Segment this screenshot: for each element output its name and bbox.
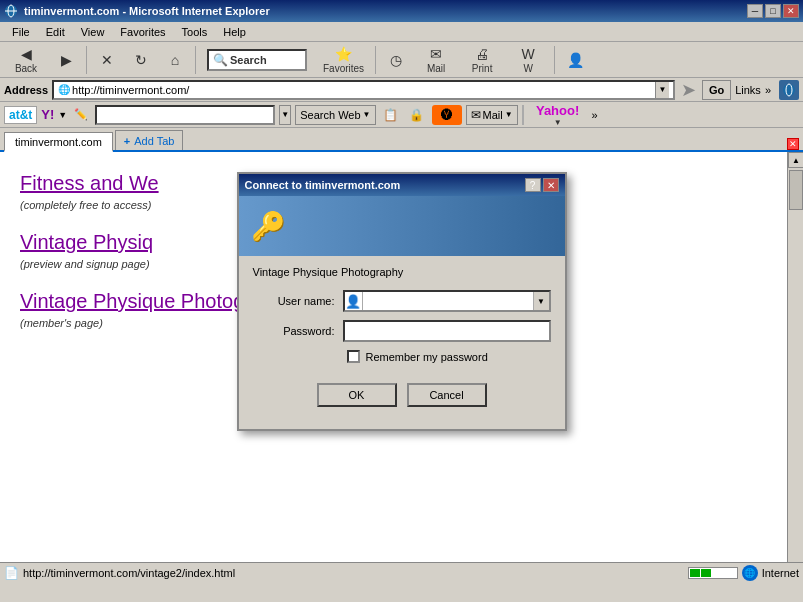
dialog-realm: Vintage Physique Photography bbox=[253, 266, 551, 278]
messenger-button[interactable]: 👤 bbox=[559, 44, 591, 76]
refresh-icon: ↻ bbox=[132, 51, 150, 69]
user-icon: 👤 bbox=[345, 292, 363, 310]
status-page-icon: 📄 bbox=[4, 566, 19, 580]
tb2-btn1[interactable]: 📋 bbox=[380, 105, 402, 125]
address-input-wrap: 🌐 http://timinvermont.com/ ▼ bbox=[52, 80, 675, 100]
sep4 bbox=[554, 46, 555, 74]
print-icon: 🖨 bbox=[473, 45, 491, 63]
forward-icon: ▶ bbox=[57, 51, 75, 69]
password-row: Password: bbox=[253, 320, 551, 342]
username-label: User name: bbox=[253, 295, 343, 307]
yahoo-chevron[interactable]: ▼ bbox=[58, 110, 67, 120]
ie-icon bbox=[4, 3, 20, 19]
mail-icon: ✉ bbox=[427, 45, 445, 63]
progress-block2 bbox=[701, 569, 711, 577]
progress-block1 bbox=[690, 569, 700, 577]
home-button[interactable]: ⌂ bbox=[159, 44, 191, 76]
menu-edit[interactable]: Edit bbox=[38, 24, 73, 40]
dialog-title-bar: Connect to timinvermont.com ? ✕ bbox=[239, 174, 565, 196]
yahoo-logo[interactable]: Y! bbox=[41, 107, 54, 122]
maximize-button[interactable]: □ bbox=[765, 4, 781, 18]
home-icon: ⌂ bbox=[166, 51, 184, 69]
remember-label[interactable]: Remember my password bbox=[366, 351, 488, 363]
username-input-wrap: 👤 ▼ bbox=[343, 290, 551, 312]
yahoo-full-chevron: ▼ bbox=[554, 118, 562, 127]
minimize-button[interactable]: ─ bbox=[747, 4, 763, 18]
close-button[interactable]: ✕ bbox=[783, 4, 799, 18]
window-title: timinvermont.com - Microsoft Internet Ex… bbox=[24, 5, 747, 17]
remember-row: Remember my password bbox=[347, 350, 551, 363]
favorites-icon: ⭐ bbox=[335, 45, 353, 63]
edit-icon: W bbox=[519, 45, 537, 63]
edit-button[interactable]: W W bbox=[506, 44, 550, 76]
page-icon: 🌐 bbox=[58, 84, 70, 95]
tab-close-button[interactable]: ✕ bbox=[787, 138, 799, 150]
password-label: Password: bbox=[253, 325, 343, 337]
username-dropdown[interactable]: ▼ bbox=[533, 292, 549, 310]
password-input[interactable] bbox=[345, 322, 549, 340]
address-url[interactable]: http://timinvermont.com/ bbox=[72, 84, 653, 96]
go-arrow-icon: ➤ bbox=[681, 79, 696, 101]
dialog-footer: OK Cancel bbox=[253, 377, 551, 419]
menu-favorites[interactable]: Favorites bbox=[112, 24, 173, 40]
menu-tools[interactable]: Tools bbox=[174, 24, 216, 40]
tab-timinvermont[interactable]: timinvermont.com bbox=[4, 132, 113, 152]
yahoo-search-input[interactable] bbox=[95, 105, 275, 125]
search-web-button[interactable]: Search Web ▼ bbox=[295, 105, 375, 125]
yahoo-full-label: Yahoo! bbox=[536, 103, 579, 118]
forward-button[interactable]: ▶ bbox=[50, 44, 82, 76]
username-row: User name: 👤 ▼ bbox=[253, 290, 551, 312]
menu-file[interactable]: File bbox=[4, 24, 38, 40]
yahoo-full-button[interactable]: Yahoo! ▼ bbox=[528, 104, 588, 126]
search-button[interactable]: 🔍 Search bbox=[200, 44, 314, 76]
stop-icon: ✕ bbox=[98, 51, 116, 69]
add-tab-button[interactable]: + Add Tab bbox=[115, 130, 184, 150]
pencil-icon[interactable]: ✏️ bbox=[71, 105, 91, 125]
dialog-help-button[interactable]: ? bbox=[525, 178, 541, 192]
ok-button[interactable]: OK bbox=[317, 383, 397, 407]
messenger-icon: 👤 bbox=[566, 51, 584, 69]
zone-icon: 🌐 bbox=[742, 565, 758, 581]
title-bar: timinvermont.com - Microsoft Internet Ex… bbox=[0, 0, 803, 22]
browser-content: Fitness and We (completely free to acces… bbox=[0, 152, 803, 582]
tb2-btn2[interactable]: 🔒 bbox=[406, 105, 428, 125]
sep5 bbox=[522, 105, 524, 125]
att-logo[interactable]: at&t bbox=[4, 106, 37, 124]
dialog-close-button[interactable]: ✕ bbox=[543, 178, 559, 192]
remember-checkbox[interactable] bbox=[347, 350, 360, 363]
add-tab-icon: + bbox=[124, 135, 130, 147]
links-label[interactable]: Links bbox=[735, 84, 761, 96]
back-button[interactable]: ◀ Back bbox=[4, 44, 48, 76]
search-input-dropdown[interactable]: ▼ bbox=[279, 105, 291, 125]
tabs-bar: timinvermont.com + Add Tab ✕ bbox=[0, 128, 803, 152]
refresh-button[interactable]: ↻ bbox=[125, 44, 157, 76]
favorites-button[interactable]: ⭐ Favorites bbox=[316, 44, 371, 76]
status-bar: 📄 http://timinvermont.com/vintage2/index… bbox=[0, 562, 803, 582]
menu-help[interactable]: Help bbox=[215, 24, 254, 40]
menu-bar: File Edit View Favorites Tools Help bbox=[0, 22, 803, 42]
secondary-toolbar: at&t Y! ▼ ✏️ ▼ Search Web ▼ 📋 🔒 🅨 ✉ Mail… bbox=[0, 102, 803, 128]
keys-icon: 🔑 bbox=[249, 206, 289, 246]
links-chevron: » bbox=[765, 84, 771, 96]
address-dropdown[interactable]: ▼ bbox=[655, 82, 669, 98]
mail-button[interactable]: ✉ Mail bbox=[414, 44, 458, 76]
dialog-body: Vintage Physique Photography User name: … bbox=[239, 256, 565, 429]
history-button[interactable]: ◷ bbox=[380, 44, 412, 76]
mail-yahoo-button[interactable]: ✉ Mail ▼ bbox=[466, 105, 518, 125]
main-toolbar: ◀ Back ▶ ✕ ↻ ⌂ 🔍 Search ⭐ Favorites ◷ ✉ … bbox=[0, 42, 803, 78]
back-icon: ◀ bbox=[17, 45, 35, 63]
print-button[interactable]: 🖨 Print bbox=[460, 44, 504, 76]
history-icon: ◷ bbox=[387, 51, 405, 69]
stop-button[interactable]: ✕ bbox=[91, 44, 123, 76]
address-bar: Address 🌐 http://timinvermont.com/ ▼ ➤ G… bbox=[0, 78, 803, 102]
menu-view[interactable]: View bbox=[73, 24, 113, 40]
dialog-header: 🔑 bbox=[239, 196, 565, 256]
progress-bar bbox=[688, 567, 738, 579]
sep3 bbox=[375, 46, 376, 74]
password-input-wrap bbox=[343, 320, 551, 342]
go-button[interactable]: Go bbox=[702, 80, 731, 100]
cancel-button[interactable]: Cancel bbox=[407, 383, 487, 407]
mail-chevron: ▼ bbox=[505, 110, 513, 119]
tb2-btn3[interactable]: 🅨 bbox=[432, 105, 462, 125]
sep1 bbox=[86, 46, 87, 74]
